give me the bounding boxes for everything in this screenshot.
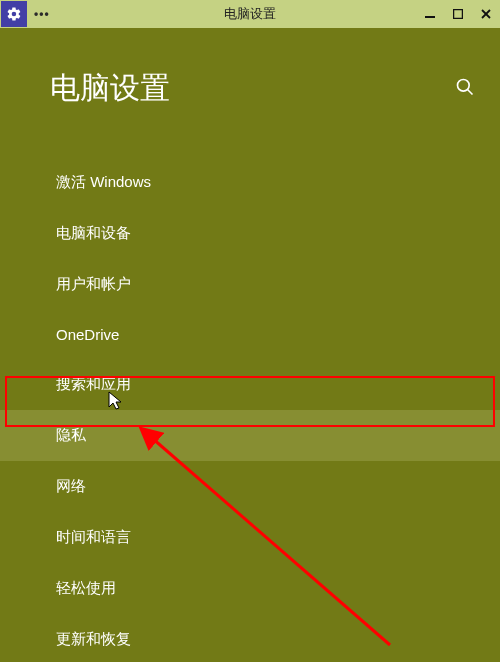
svg-rect-1 xyxy=(454,10,463,19)
nav-item-privacy[interactable]: 隐私 xyxy=(0,410,500,461)
titlebar: ••• 电脑设置 xyxy=(0,0,500,28)
nav-list: 激活 Windows 电脑和设备 用户和帐户 OneDrive 搜索和应用 隐私… xyxy=(0,157,500,662)
titlebar-menu-dots[interactable]: ••• xyxy=(34,7,50,21)
settings-window: ••• 电脑设置 电脑设置 激活 Windows xyxy=(0,0,500,662)
app-icon xyxy=(1,1,27,27)
minimize-icon xyxy=(425,9,435,19)
content-area: 电脑设置 激活 Windows 电脑和设备 用户和帐户 OneDrive 搜索和… xyxy=(0,28,500,662)
svg-line-5 xyxy=(468,89,473,94)
nav-item-network[interactable]: 网络 xyxy=(0,461,500,512)
svg-point-4 xyxy=(458,79,470,91)
search-button[interactable] xyxy=(455,77,475,101)
gear-icon xyxy=(6,6,22,22)
nav-item-activate-windows[interactable]: 激活 Windows xyxy=(0,157,500,208)
nav-item-users-accounts[interactable]: 用户和帐户 xyxy=(0,259,500,310)
search-icon xyxy=(455,77,475,97)
window-controls xyxy=(416,0,500,28)
nav-item-time-language[interactable]: 时间和语言 xyxy=(0,512,500,563)
close-button[interactable] xyxy=(472,0,500,28)
nav-item-ease-access[interactable]: 轻松使用 xyxy=(0,563,500,614)
maximize-icon xyxy=(453,9,463,19)
nav-item-update-recovery[interactable]: 更新和恢复 xyxy=(0,614,500,662)
nav-item-onedrive[interactable]: OneDrive xyxy=(0,310,500,359)
minimize-button[interactable] xyxy=(416,0,444,28)
header-row: 电脑设置 xyxy=(0,28,500,109)
close-icon xyxy=(481,9,491,19)
svg-rect-0 xyxy=(425,16,435,18)
page-title: 电脑设置 xyxy=(50,68,170,109)
maximize-button[interactable] xyxy=(444,0,472,28)
nav-item-pc-devices[interactable]: 电脑和设备 xyxy=(0,208,500,259)
nav-item-search-apps[interactable]: 搜索和应用 xyxy=(0,359,500,410)
